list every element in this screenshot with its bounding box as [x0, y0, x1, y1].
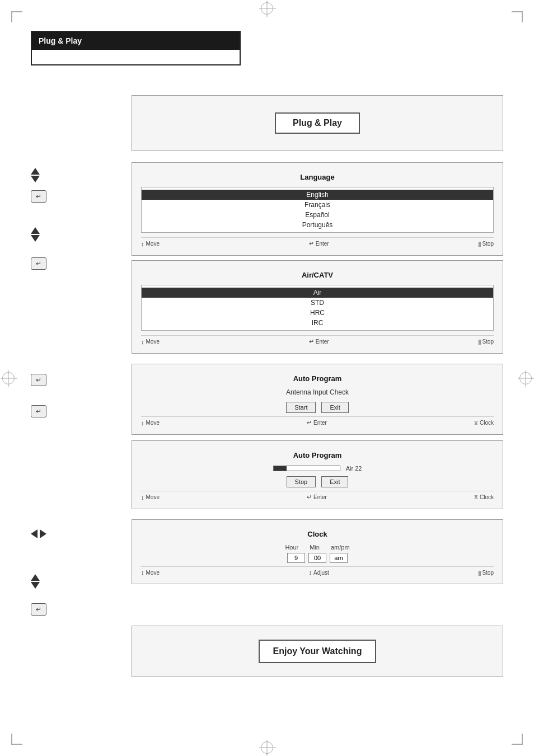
aircatv-move-indicator: Move — [141, 339, 160, 345]
autoprog2-clock-indicator: Clock — [474, 494, 494, 501]
enter-icon: ↵ — [36, 192, 41, 200]
clock-ud-arrows — [31, 574, 40, 589]
aircatv-enter-button[interactable]: ↵ — [31, 257, 46, 270]
progress-bar-outer — [273, 466, 340, 471]
corner-br — [512, 734, 523, 745]
aircatv-enter-indicator: Enter — [309, 338, 329, 345]
autoprog2-clock-label: Clock — [480, 494, 494, 500]
autoprog2-dialog: Auto Program Air 22 Stop Exit — [132, 440, 503, 509]
clock-inputs — [141, 553, 494, 563]
language-status-bar: Move Enter Stop — [141, 237, 494, 247]
clock-ampm-input[interactable] — [330, 553, 348, 563]
autoprog1-title: Auto Program — [141, 374, 494, 383]
plug-play-box: Plug & Play — [132, 95, 503, 151]
stop-icon — [478, 241, 480, 247]
language-stop-indicator: Stop — [478, 241, 494, 247]
autoprog2-enter-status-icon — [307, 494, 312, 501]
language-dialog: Language English Français Español Portug… — [132, 162, 503, 256]
clock-enter-button[interactable]: ↵ — [31, 603, 46, 616]
aircatv-option-hrc[interactable]: HRC — [142, 308, 493, 318]
arrow-left-icon[interactable] — [31, 529, 38, 538]
autoprog2-stop-button[interactable]: Stop — [287, 476, 316, 487]
language-stop-label: Stop — [482, 241, 494, 247]
aircatv-option-air[interactable]: Air — [142, 288, 493, 298]
clock-arrow-up-icon[interactable] — [31, 574, 40, 581]
clock-stop-indicator: Stop — [478, 570, 494, 576]
plug-play-text: Plug & Play — [293, 118, 342, 128]
crosshair-bottom — [261, 741, 273, 754]
header-subtitle — [32, 50, 240, 64]
plug-play-inner: Plug & Play — [275, 112, 360, 134]
clock-move-icon — [141, 569, 144, 576]
aircatv-nav-arrows — [31, 227, 40, 242]
autoprog2-progress: Air 22 — [141, 465, 494, 472]
aircatv-stop-icon — [478, 339, 480, 345]
language-aircatv-section: ↵ ↵ Language English — [31, 162, 503, 354]
autoprog2-buttons: Stop Exit — [141, 476, 494, 487]
autoprog1-clock-label: Clock — [480, 420, 494, 426]
language-controls: ↵ ↵ — [31, 162, 132, 270]
clock-adjust-icon — [309, 569, 312, 576]
move-icon — [141, 241, 144, 247]
autoprog1-start-button[interactable]: Start — [286, 402, 316, 413]
language-move-label: Move — [146, 241, 160, 247]
autoprog1-clock-icon — [474, 420, 478, 426]
clock-hour-input[interactable] — [287, 553, 305, 563]
autoprog2-enter-icon: ↵ — [36, 407, 41, 415]
autoprog2-move-label: Move — [146, 494, 160, 500]
autoprog-section: ↵ ↵ Auto Program Antenna Input Check Sta… — [31, 364, 503, 509]
header-box: Plug & Play — [31, 31, 241, 65]
clock-dialog: Clock Hour Min am/pm — [132, 519, 503, 584]
clock-ampm-label: am/pm — [331, 544, 350, 551]
aircatv-stop-label: Stop — [482, 339, 494, 345]
language-move-indicator: Move — [141, 241, 160, 247]
language-option-francais[interactable]: Français — [142, 200, 493, 210]
language-enter-indicator: Enter — [309, 240, 329, 247]
crosshair-top — [261, 2, 273, 15]
clock-move-indicator: Move — [141, 569, 160, 576]
autoprog1-clock-indicator: Clock — [474, 420, 494, 426]
clock-arrow-down-icon[interactable] — [31, 582, 40, 589]
enjoy-text: Enjoy Your Watching — [273, 646, 362, 656]
language-option-espanol[interactable]: Español — [142, 210, 493, 220]
autoprog1-buttons: Start Exit — [141, 402, 494, 413]
enjoy-inner: Enjoy Your Watching — [259, 640, 377, 663]
language-option-english[interactable]: English — [142, 190, 493, 200]
aircatv-option-std[interactable]: STD — [142, 298, 493, 308]
arrow-down-icon[interactable] — [31, 176, 40, 182]
language-nav-arrows — [31, 168, 40, 182]
autoprog2-content: Air 22 Stop Exit — [141, 465, 494, 487]
autoprog1-status-bar: Move Enter Clock — [141, 416, 494, 426]
language-option-portugues[interactable]: Português — [142, 220, 493, 230]
autoprog2-exit-button[interactable]: Exit — [321, 476, 348, 487]
autoprog1-enter-icon: ↵ — [36, 376, 41, 384]
aircatv-enter-status-icon — [309, 338, 314, 345]
aircatv-title: Air/CATV — [141, 271, 494, 279]
language-aircatv-dialogs: Language English Français Español Portug… — [132, 162, 503, 354]
plug-play-section: Plug & Play — [132, 95, 503, 151]
autoprog2-move-indicator: Move — [141, 494, 160, 501]
autoprog1-enter-status-icon — [307, 419, 312, 426]
autoprog2-channel-label: Air 22 — [346, 465, 362, 472]
aircatv-enter-label: Enter — [316, 339, 329, 345]
aircatv-enter-icon: ↵ — [36, 260, 41, 267]
autoprog1-exit-button[interactable]: Exit — [321, 402, 348, 413]
aircatv-move-label: Move — [146, 339, 160, 345]
aircatv-arrow-up-icon[interactable] — [31, 227, 40, 234]
clock-min-input[interactable] — [308, 553, 326, 563]
aircatv-arrow-down-icon[interactable] — [31, 235, 40, 242]
language-list: English Français Español Português — [141, 187, 494, 233]
clock-stop-icon — [478, 570, 480, 576]
aircatv-option-irc[interactable]: IRC — [142, 318, 493, 328]
arrow-up-icon[interactable] — [31, 168, 40, 175]
corner-tr — [512, 11, 523, 22]
autoprog2-title: Auto Program — [141, 451, 494, 459]
language-enter-button[interactable]: ↵ — [31, 190, 46, 203]
clock-section: ↵ Clock Hour Min am/pm — [31, 519, 503, 616]
header-title: Plug & Play — [32, 32, 240, 50]
autoprog1-enter-indicator: Enter — [307, 419, 327, 426]
arrow-right-icon[interactable] — [40, 529, 46, 538]
autoprog2-enter-button[interactable]: ↵ — [31, 405, 46, 417]
progress-bar-inner — [274, 466, 287, 471]
autoprog1-enter-button[interactable]: ↵ — [31, 374, 46, 386]
